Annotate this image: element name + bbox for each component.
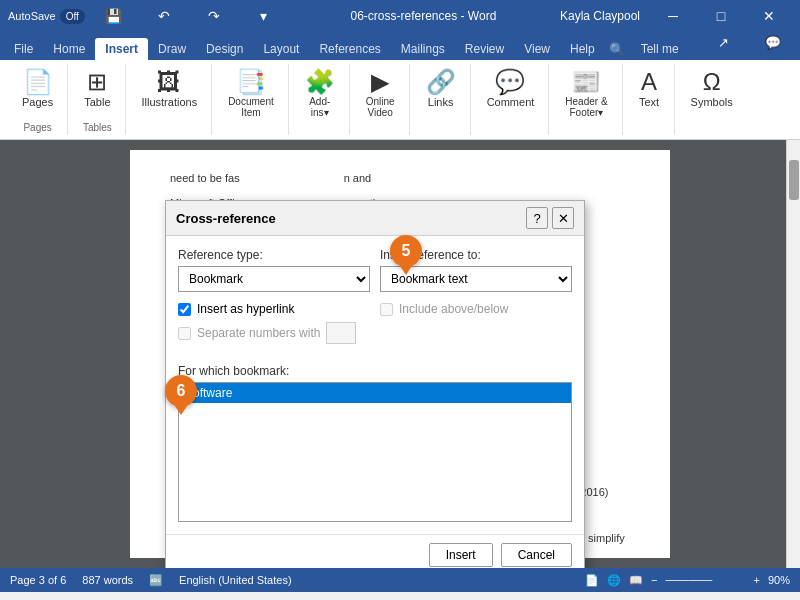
tab-references[interactable]: References bbox=[309, 38, 390, 60]
addins-button[interactable]: 🧩 Add-ins▾ bbox=[299, 66, 341, 122]
ref-type-label: Reference type: bbox=[178, 248, 370, 262]
online-video-button[interactable]: ▶ OnlineVideo bbox=[360, 66, 401, 122]
dialog-help-button[interactable]: ? bbox=[526, 207, 548, 229]
symbols-button[interactable]: Ω Symbols bbox=[685, 66, 739, 112]
user-name: Kayla Claypool bbox=[560, 9, 640, 23]
language: English (United States) bbox=[179, 574, 292, 586]
tab-review[interactable]: Review bbox=[455, 38, 514, 60]
cross-reference-dialog: Cross-reference ? ✕ Reference type: Book… bbox=[165, 200, 585, 568]
dialog-titlebar: Cross-reference ? ✕ bbox=[166, 201, 584, 236]
ribbon-group-headerfooter: 📰 Header &Footer▾ bbox=[551, 64, 622, 135]
illustrations-button[interactable]: 🖼 Illustrations bbox=[136, 66, 204, 112]
window-title: 06-cross-references - Word bbox=[287, 9, 560, 23]
scrollbar-thumb[interactable] bbox=[789, 160, 799, 200]
zoom-out-button[interactable]: − bbox=[651, 574, 657, 586]
header-footer-label: Header &Footer▾ bbox=[565, 96, 607, 118]
ribbon-group-video: ▶ OnlineVideo bbox=[352, 64, 410, 135]
insert-ref-select[interactable]: Bookmark text Page number Paragraph numb… bbox=[380, 266, 572, 292]
pages-group-label: Pages bbox=[23, 120, 51, 133]
redo-button[interactable]: ↷ bbox=[191, 0, 237, 32]
insert-ref-col: Insert reference to: Bookmark text Page … bbox=[380, 248, 572, 292]
bookmark-list[interactable]: Software bbox=[178, 382, 572, 522]
undo-button[interactable]: ↶ bbox=[141, 0, 187, 32]
text-button[interactable]: A Text bbox=[633, 66, 665, 112]
search-icon: 🔍 bbox=[609, 42, 625, 57]
bookmark-item-software[interactable]: Software bbox=[179, 383, 571, 403]
online-video-icon: ▶ bbox=[371, 70, 389, 94]
include-above-below-row: Include above/below bbox=[380, 302, 572, 316]
online-video-label: OnlineVideo bbox=[366, 96, 395, 118]
table-button[interactable]: ⊞ Table bbox=[78, 66, 116, 112]
tables-group-label: Tables bbox=[83, 120, 112, 133]
zoom-slider[interactable]: ────── bbox=[666, 574, 746, 586]
comments-button[interactable]: 💬 bbox=[750, 26, 796, 58]
tab-design[interactable]: Design bbox=[196, 38, 253, 60]
dialog-row-1: Reference type: Bookmark Heading Figure … bbox=[178, 248, 572, 292]
text-label: Text bbox=[639, 96, 659, 108]
tab-mailings[interactable]: Mailings bbox=[391, 38, 455, 60]
tab-help[interactable]: Help bbox=[560, 38, 605, 60]
ribbon-group-links: 🔗 Links bbox=[412, 64, 471, 135]
comment-button[interactable]: 💬 Comment bbox=[481, 66, 541, 112]
dialog-footer: Insert Cancel bbox=[166, 534, 584, 568]
symbols-label: Symbols bbox=[691, 96, 733, 108]
tab-home[interactable]: Home bbox=[43, 38, 95, 60]
document-item-icon: 📑 bbox=[236, 70, 266, 94]
ribbon-group-tables: ⊞ Table Tables bbox=[70, 64, 125, 135]
tab-tellme[interactable]: Tell me bbox=[631, 38, 689, 60]
ribbon-content: 📄 Pages Pages ⊞ Table Tables 🖼 Illustrat… bbox=[0, 60, 800, 140]
autosave-toggle[interactable]: Off bbox=[60, 9, 85, 24]
bookmark-label: For which bookmark: bbox=[178, 364, 572, 378]
tab-layout[interactable]: Layout bbox=[253, 38, 309, 60]
page-info: Page 3 of 6 bbox=[10, 574, 66, 586]
header-footer-button[interactable]: 📰 Header &Footer▾ bbox=[559, 66, 613, 122]
share-button[interactable]: ↗ bbox=[700, 26, 746, 58]
header-footer-icon: 📰 bbox=[571, 70, 601, 94]
insert-button[interactable]: Insert bbox=[429, 543, 493, 567]
dialog-close-button[interactable]: ✕ bbox=[552, 207, 574, 229]
symbols-icon: Ω bbox=[703, 70, 721, 94]
save-button[interactable]: 💾 bbox=[91, 0, 137, 32]
zoom-level: 90% bbox=[768, 574, 790, 586]
undo-redo-area: 💾 ↶ ↷ ▾ bbox=[91, 0, 287, 32]
cancel-button[interactable]: Cancel bbox=[501, 543, 572, 567]
ribbon-group-text: A Text bbox=[625, 64, 675, 135]
separator-box[interactable] bbox=[326, 322, 356, 344]
links-icon: 🔗 bbox=[426, 70, 456, 94]
hyperlink-checkbox[interactable] bbox=[178, 303, 191, 316]
dialog-body: Reference type: Bookmark Heading Figure … bbox=[166, 236, 584, 534]
pages-icon: 📄 bbox=[23, 70, 53, 94]
tab-view[interactable]: View bbox=[514, 38, 560, 60]
dialog-controls: ? ✕ bbox=[526, 207, 574, 229]
minimize-button[interactable]: ─ bbox=[650, 0, 696, 32]
autosave-label: AutoSave bbox=[8, 10, 56, 22]
table-label: Table bbox=[84, 96, 110, 108]
ribbon-group-docitem: 📑 DocumentItem bbox=[214, 64, 289, 135]
text-icon: A bbox=[641, 70, 657, 94]
scrollbar[interactable] bbox=[786, 140, 800, 568]
pages-label: Pages bbox=[22, 96, 53, 108]
ref-type-select[interactable]: Bookmark Heading Figure Table bbox=[178, 266, 370, 292]
zoom-in-button[interactable]: + bbox=[754, 574, 760, 586]
dialog-row-checkboxes: Insert as hyperlink Separate numbers wit… bbox=[178, 302, 572, 354]
tab-draw[interactable]: Draw bbox=[148, 38, 196, 60]
view-print-icon[interactable]: 📄 bbox=[585, 574, 599, 587]
customize-button[interactable]: ▾ bbox=[241, 0, 287, 32]
separate-numbers-checkbox[interactable] bbox=[178, 327, 191, 340]
links-label: Links bbox=[428, 96, 454, 108]
include-above-below-checkbox[interactable] bbox=[380, 303, 393, 316]
ribbon-group-addins: 🧩 Add-ins▾ bbox=[291, 64, 350, 135]
view-read-icon[interactable]: 📖 bbox=[629, 574, 643, 587]
ribbon-group-symbols: Ω Symbols bbox=[677, 64, 747, 135]
checkbox-col: Insert as hyperlink Separate numbers wit… bbox=[178, 302, 370, 354]
view-web-icon[interactable]: 🌐 bbox=[607, 574, 621, 587]
tab-file[interactable]: File bbox=[4, 38, 43, 60]
ribbon-tabs: File Home Insert Draw Design Layout Refe… bbox=[0, 32, 800, 60]
dialog-title: Cross-reference bbox=[176, 211, 276, 226]
tab-insert[interactable]: Insert bbox=[95, 38, 148, 60]
pages-button[interactable]: 📄 Pages bbox=[16, 66, 59, 112]
title-bar: AutoSave Off 💾 ↶ ↷ ▾ 06-cross-references… bbox=[0, 0, 800, 32]
links-button[interactable]: 🔗 Links bbox=[420, 66, 462, 112]
document-item-button[interactable]: 📑 DocumentItem bbox=[222, 66, 280, 122]
hyperlink-label[interactable]: Insert as hyperlink bbox=[197, 302, 294, 316]
